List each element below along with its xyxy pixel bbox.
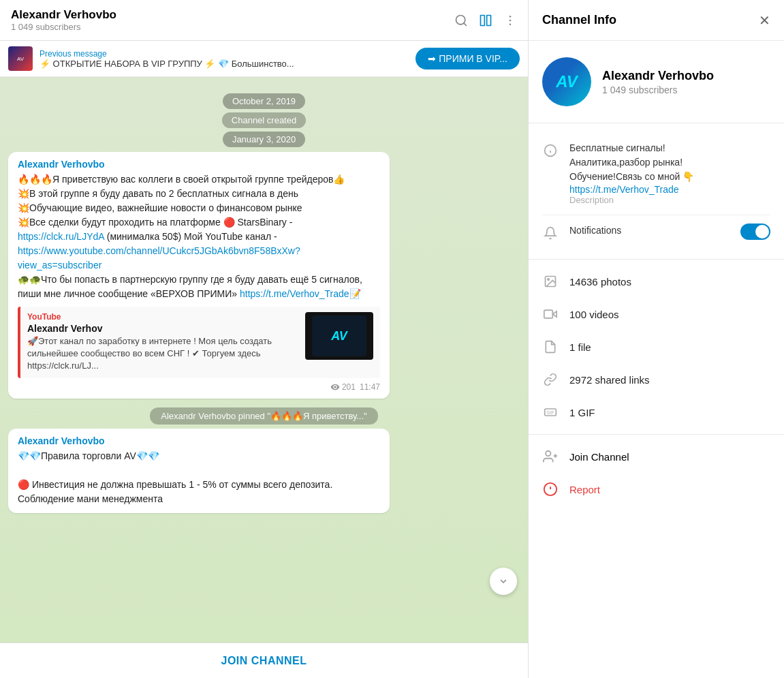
channel-created-label: Channel created [222,112,306,128]
link-yt[interactable]: https://www.youtube.com/channel/UCukcr5J… [18,245,300,271]
join-channel-button[interactable]: JOIN CHANNEL [221,655,307,667]
videos-icon [542,306,559,322]
search-icon[interactable] [454,14,468,27]
prev-thumb-img: AV [8,46,33,71]
description-text: Бесплатные сигналы!Аналитика,разбор рынк… [569,141,770,184]
add-user-icon [542,448,559,465]
report-icon [542,481,559,497]
message-container: Alexandr Verhovbo 🔥🔥🔥Я приветствую вас к… [8,152,520,399]
links-icon [542,371,559,388]
actions-section: Join Channel Report [529,435,784,511]
gif-label: 1 GIF [569,407,595,418]
link-trade[interactable]: https://t.me/Verhov_Trade [240,288,349,299]
files-label: 1 file [569,341,591,353]
msg-text-1: 🔥🔥🔥Я приветствую вас коллеги в своей отк… [18,172,380,301]
notifications-toggle[interactable] [740,224,770,240]
join-action-label: Join Channel [569,451,629,463]
videos-label: 100 videos [569,309,619,320]
report-label: Report [569,484,600,495]
stats-section: 14636 photos 100 videos 1 file 2972 shar… [529,260,784,435]
channel-profile: AV Alexandr Verhovbo 1 049 subscribers [529,41,784,123]
prev-message-banner[interactable]: AV Previous message ⚡ ОТКРЫТИЕ НАБОРА В … [0,41,528,77]
svg-point-5 [509,19,512,21]
date-badge-jan: January 3, 2020 [8,133,520,145]
stat-links[interactable]: 2972 shared links [542,363,770,396]
stat-videos[interactable]: 100 videos [542,298,770,330]
link-stars[interactable]: https://clck.ru/LJYdA [18,231,104,242]
vip-button[interactable]: ➡ ПРИМИ В VIP... [415,48,520,70]
msg-time: 11:47 [360,382,380,392]
message-bubble-1: Alexandr Verhovbo 🔥🔥🔥Я приветствую вас к… [8,152,390,399]
msg-sender-2: Alexandr Verhovbo [18,435,380,446]
yt-embed[interactable]: YouTube Alexandr Verhov 🚀Этот канал по з… [18,307,380,378]
svg-rect-2 [481,15,485,25]
channel-meta: Alexandr Verhovbo 1 049 subscribers [602,69,714,95]
yt-thumb: AV [305,312,373,360]
report-action[interactable]: Report [542,473,770,506]
view-count: 201 [342,382,356,392]
info-panel-title: Channel Info [542,13,616,27]
yt-thumb-inner: AV [312,315,366,356]
yt-embed-text: YouTube Alexandr Verhov 🚀Этот канал по з… [27,312,298,373]
msg-views: 201 [330,382,356,392]
msg-meta: 201 11:47 [18,382,380,392]
close-icon[interactable]: ✕ [759,12,770,29]
av-logo: AV [331,329,347,343]
scroll-to-bottom-button[interactable] [490,568,517,595]
prev-text: ⚡ ОТКРЫТИЕ НАБОРА В VIP ГРУППУ ⚡ 💎 Больш… [40,59,409,69]
svg-point-4 [509,15,512,17]
chat-messages: October 2, 2019 Channel created January … [0,77,528,643]
date-label-oct: October 2, 2019 [223,93,305,109]
msg-sender: Alexandr Verhovbo [18,159,380,170]
channel-name: Alexandr Verhovbo [602,69,714,83]
yt-title: Alexandr Verhov [27,323,298,334]
links-label: 2972 shared links [569,374,650,386]
svg-marker-12 [552,311,556,317]
gif-icon: GIF [542,404,559,420]
files-icon [542,339,559,355]
svg-text:GIF: GIF [546,410,554,415]
svg-point-16 [546,451,550,456]
pin-text: Alexandr Verhovbo pinned "🔥🔥🔥Я приветств… [150,407,377,425]
join-bar: JOIN CHANNEL [0,643,528,678]
notifications-label: Notifications [569,224,730,238]
svg-point-11 [548,279,550,281]
chat-subscribers: 1 049 subscribers [11,22,454,32]
photos-icon [542,273,559,290]
join-channel-action[interactable]: Join Channel [542,440,770,473]
description-content: Бесплатные сигналы!Аналитика,разбор рынк… [569,141,770,205]
svg-rect-3 [487,15,491,25]
chat-header: Alexandr Verhovbo 1 049 subscribers [0,0,528,41]
yt-source: YouTube [27,312,298,322]
channel-avatar: AV [542,57,591,106]
info-panel: Channel Info ✕ AV Alexandr Verhovbo 1 04… [528,0,784,678]
pin-notification: Alexandr Verhovbo pinned "🔥🔥🔥Я приветств… [8,410,520,422]
description-link[interactable]: https://t.me/Verhov_Trade [569,184,770,195]
info-icon [542,142,559,159]
stat-photos[interactable]: 14636 photos [542,265,770,298]
notifications-row: Notifications [542,215,770,248]
description-sub: Description [569,195,770,205]
chat-panel: Alexandr Verhovbo 1 049 subscribers [0,0,528,678]
chat-header-icons [454,14,517,27]
stat-gifs[interactable]: GIF 1 GIF [542,396,770,429]
svg-line-1 [464,22,467,25]
prev-label: Previous message [40,49,409,59]
description-row: Бесплатные сигналы!Аналитика,разбор рынк… [542,134,770,212]
columns-icon[interactable] [479,14,492,27]
svg-point-6 [509,23,512,25]
description-section: Бесплатные сигналы!Аналитика,разбор рынк… [529,123,784,260]
date-badge-oct: October 2, 2019 [8,95,520,107]
message-bubble-2: Alexandr Verhovbo 💎💎Правила торговли AV💎… [8,429,390,513]
more-icon[interactable] [503,14,517,27]
channel-created-msg: Channel created [8,114,520,126]
stat-files[interactable]: 1 file [542,330,770,363]
notifications-icon [542,225,559,241]
chat-header-info: Alexandr Verhovbo 1 049 subscribers [11,8,454,32]
prev-content: Previous message ⚡ ОТКРЫТИЕ НАБОРА В VIP… [40,49,409,69]
msg-text-2: 💎💎Правила торговли AV💎💎 🔴 Инвестиция не … [18,449,380,506]
info-header: Channel Info ✕ [529,0,784,41]
chat-title: Alexandr Verhovbo [11,8,454,22]
prev-thumb: AV [8,46,33,71]
photos-label: 14636 photos [569,276,631,288]
